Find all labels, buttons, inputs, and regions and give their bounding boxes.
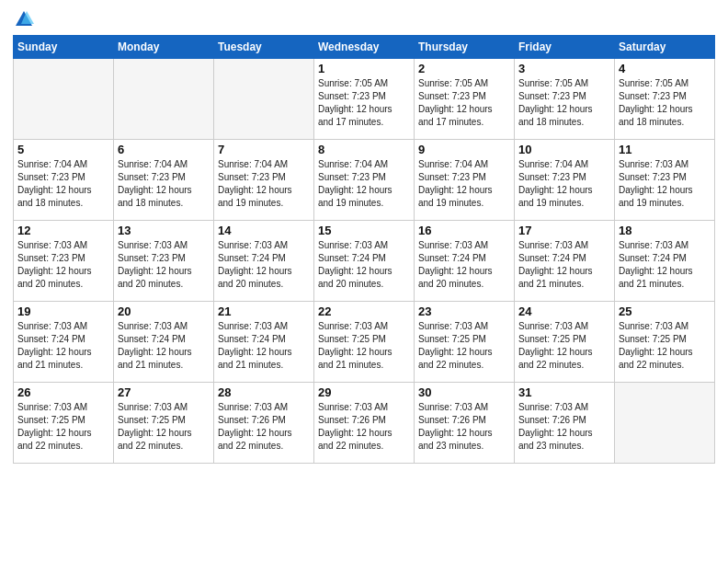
calendar-cell: 10Sunrise: 7:04 AM Sunset: 7:23 PM Dayli…: [515, 140, 615, 221]
logo-icon: [14, 9, 34, 29]
day-number: 9: [418, 143, 510, 156]
day-number: 12: [17, 224, 109, 237]
day-info: Sunrise: 7:05 AM Sunset: 7:23 PM Dayligh…: [518, 77, 610, 129]
day-info: Sunrise: 7:03 AM Sunset: 7:24 PM Dayligh…: [619, 239, 711, 291]
day-info: Sunrise: 7:03 AM Sunset: 7:25 PM Dayligh…: [418, 320, 510, 372]
day-info: Sunrise: 7:05 AM Sunset: 7:23 PM Dayligh…: [318, 77, 410, 129]
day-number: 3: [518, 62, 610, 75]
day-number: 15: [318, 224, 410, 237]
day-number: 26: [17, 385, 109, 399]
day-info: Sunrise: 7:04 AM Sunset: 7:23 PM Dayligh…: [418, 158, 510, 210]
day-number: 11: [619, 143, 711, 156]
calendar-cell: 20Sunrise: 7:03 AM Sunset: 7:24 PM Dayli…: [114, 302, 214, 383]
calendar-cell: 3Sunrise: 7:05 AM Sunset: 7:23 PM Daylig…: [515, 59, 615, 140]
day-number: 22: [318, 304, 410, 318]
day-info: Sunrise: 7:03 AM Sunset: 7:25 PM Dayligh…: [518, 320, 610, 372]
page-container: SundayMondayTuesdayWednesdayThursdayFrid…: [0, 0, 728, 469]
calendar-cell: 1Sunrise: 7:05 AM Sunset: 7:23 PM Daylig…: [314, 59, 415, 140]
day-info: Sunrise: 7:03 AM Sunset: 7:26 PM Dayligh…: [518, 401, 610, 453]
day-number: 28: [218, 385, 310, 399]
day-info: Sunrise: 7:05 AM Sunset: 7:23 PM Dayligh…: [619, 77, 711, 129]
calendar-cell: 6Sunrise: 7:04 AM Sunset: 7:23 PM Daylig…: [114, 140, 214, 221]
calendar-cell: 13Sunrise: 7:03 AM Sunset: 7:23 PM Dayli…: [114, 221, 214, 302]
day-info: Sunrise: 7:03 AM Sunset: 7:25 PM Dayligh…: [118, 401, 210, 453]
weekday-header-sunday: Sunday: [14, 36, 114, 59]
day-number: 16: [418, 224, 510, 237]
day-info: Sunrise: 7:03 AM Sunset: 7:26 PM Dayligh…: [318, 401, 410, 453]
calendar-cell: 31Sunrise: 7:03 AM Sunset: 7:26 PM Dayli…: [515, 383, 615, 464]
day-info: Sunrise: 7:04 AM Sunset: 7:23 PM Dayligh…: [318, 158, 410, 210]
weekday-header-tuesday: Tuesday: [214, 36, 314, 59]
day-number: 13: [118, 224, 210, 237]
calendar-cell: 28Sunrise: 7:03 AM Sunset: 7:26 PM Dayli…: [214, 383, 314, 464]
day-info: Sunrise: 7:03 AM Sunset: 7:24 PM Dayligh…: [17, 320, 109, 372]
week-row-3: 12Sunrise: 7:03 AM Sunset: 7:23 PM Dayli…: [14, 221, 715, 302]
day-number: 24: [518, 304, 610, 318]
day-info: Sunrise: 7:04 AM Sunset: 7:23 PM Dayligh…: [518, 158, 610, 210]
calendar-cell: 24Sunrise: 7:03 AM Sunset: 7:25 PM Dayli…: [515, 302, 615, 383]
day-info: Sunrise: 7:03 AM Sunset: 7:26 PM Dayligh…: [418, 401, 510, 453]
day-info: Sunrise: 7:03 AM Sunset: 7:24 PM Dayligh…: [418, 239, 510, 291]
day-info: Sunrise: 7:05 AM Sunset: 7:23 PM Dayligh…: [418, 77, 510, 129]
weekday-header-friday: Friday: [515, 36, 615, 59]
day-number: 30: [418, 385, 510, 399]
day-number: 1: [318, 62, 410, 75]
day-number: 8: [318, 143, 410, 156]
week-row-4: 19Sunrise: 7:03 AM Sunset: 7:24 PM Dayli…: [14, 302, 715, 383]
day-info: Sunrise: 7:03 AM Sunset: 7:24 PM Dayligh…: [118, 320, 210, 372]
calendar-cell: 16Sunrise: 7:03 AM Sunset: 7:24 PM Dayli…: [415, 221, 515, 302]
day-info: Sunrise: 7:03 AM Sunset: 7:24 PM Dayligh…: [218, 320, 310, 372]
calendar-cell: 29Sunrise: 7:03 AM Sunset: 7:26 PM Dayli…: [314, 383, 415, 464]
calendar-cell: 7Sunrise: 7:04 AM Sunset: 7:23 PM Daylig…: [214, 140, 314, 221]
weekday-header-wednesday: Wednesday: [314, 36, 415, 59]
weekday-header-thursday: Thursday: [415, 36, 515, 59]
calendar-cell: 14Sunrise: 7:03 AM Sunset: 7:24 PM Dayli…: [214, 221, 314, 302]
day-info: Sunrise: 7:04 AM Sunset: 7:23 PM Dayligh…: [218, 158, 310, 210]
calendar-cell: 23Sunrise: 7:03 AM Sunset: 7:25 PM Dayli…: [415, 302, 515, 383]
day-info: Sunrise: 7:03 AM Sunset: 7:25 PM Dayligh…: [17, 401, 109, 453]
weekday-header-monday: Monday: [114, 36, 214, 59]
day-number: 18: [619, 224, 711, 237]
day-info: Sunrise: 7:03 AM Sunset: 7:25 PM Dayligh…: [318, 320, 410, 372]
calendar-cell: 18Sunrise: 7:03 AM Sunset: 7:24 PM Dayli…: [615, 221, 715, 302]
logo: [13, 9, 34, 29]
calendar-cell: 30Sunrise: 7:03 AM Sunset: 7:26 PM Dayli…: [415, 383, 515, 464]
header: [13, 9, 715, 29]
day-number: 20: [118, 304, 210, 318]
day-info: Sunrise: 7:03 AM Sunset: 7:26 PM Dayligh…: [218, 401, 310, 453]
day-info: Sunrise: 7:03 AM Sunset: 7:23 PM Dayligh…: [619, 158, 711, 210]
calendar-cell: [615, 383, 715, 464]
calendar-cell: 9Sunrise: 7:04 AM Sunset: 7:23 PM Daylig…: [415, 140, 515, 221]
day-number: 6: [118, 143, 210, 156]
day-number: 4: [619, 62, 711, 75]
calendar-cell: [214, 59, 314, 140]
week-row-1: 1Sunrise: 7:05 AM Sunset: 7:23 PM Daylig…: [14, 59, 715, 140]
calendar-cell: 19Sunrise: 7:03 AM Sunset: 7:24 PM Dayli…: [14, 302, 114, 383]
day-info: Sunrise: 7:03 AM Sunset: 7:23 PM Dayligh…: [17, 239, 109, 291]
weekday-header-row: SundayMondayTuesdayWednesdayThursdayFrid…: [14, 36, 715, 59]
day-info: Sunrise: 7:04 AM Sunset: 7:23 PM Dayligh…: [17, 158, 109, 210]
calendar-cell: 4Sunrise: 7:05 AM Sunset: 7:23 PM Daylig…: [615, 59, 715, 140]
day-number: 7: [218, 143, 310, 156]
calendar-cell: 25Sunrise: 7:03 AM Sunset: 7:25 PM Dayli…: [615, 302, 715, 383]
day-number: 21: [218, 304, 310, 318]
calendar-cell: 8Sunrise: 7:04 AM Sunset: 7:23 PM Daylig…: [314, 140, 415, 221]
calendar-cell: 11Sunrise: 7:03 AM Sunset: 7:23 PM Dayli…: [615, 140, 715, 221]
calendar-cell: 22Sunrise: 7:03 AM Sunset: 7:25 PM Dayli…: [314, 302, 415, 383]
day-number: 2: [418, 62, 510, 75]
day-number: 5: [17, 143, 109, 156]
day-number: 27: [118, 385, 210, 399]
calendar-cell: 21Sunrise: 7:03 AM Sunset: 7:24 PM Dayli…: [214, 302, 314, 383]
day-number: 29: [318, 385, 410, 399]
day-info: Sunrise: 7:04 AM Sunset: 7:23 PM Dayligh…: [118, 158, 210, 210]
calendar-table: SundayMondayTuesdayWednesdayThursdayFrid…: [13, 35, 715, 464]
day-info: Sunrise: 7:03 AM Sunset: 7:24 PM Dayligh…: [318, 239, 410, 291]
weekday-header-saturday: Saturday: [615, 36, 715, 59]
week-row-5: 26Sunrise: 7:03 AM Sunset: 7:25 PM Dayli…: [14, 383, 715, 464]
day-number: 31: [518, 385, 610, 399]
day-info: Sunrise: 7:03 AM Sunset: 7:25 PM Dayligh…: [619, 320, 711, 372]
day-number: 10: [518, 143, 610, 156]
calendar-cell: 27Sunrise: 7:03 AM Sunset: 7:25 PM Dayli…: [114, 383, 214, 464]
day-number: 17: [518, 224, 610, 237]
calendar-cell: 5Sunrise: 7:04 AM Sunset: 7:23 PM Daylig…: [14, 140, 114, 221]
